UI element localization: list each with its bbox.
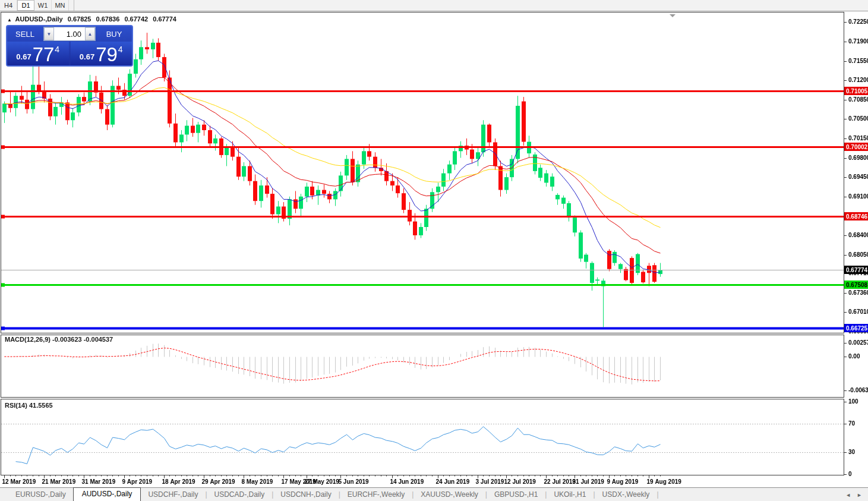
- quote-close: 0.67774: [153, 15, 176, 23]
- tab-eurchf-weekly[interactable]: EURCHF-,Weekly: [340, 489, 412, 501]
- tab-usdchf-daily[interactable]: USDCHF-,Daily: [141, 489, 205, 501]
- buy-price-prefix: 0.67: [80, 52, 94, 61]
- tab-usdcad-daily[interactable]: USDCAD-,Daily: [207, 489, 272, 501]
- symbol-tabbar: EURUSD-,Daily AUDUSD-,Daily USDCHF-,Dail…: [0, 487, 868, 501]
- tab-usdcnh-daily[interactable]: USDCNH-,Daily: [273, 489, 338, 501]
- quote-open: 0.67825: [68, 15, 91, 23]
- chart-canvas[interactable]: [0, 12, 868, 487]
- buy-price-big: 79: [96, 46, 118, 64]
- symbol-title: AUDUSD-,Daily: [15, 15, 63, 23]
- buy-price-pip: 4: [118, 45, 123, 54]
- tab-separator: |: [656, 490, 658, 501]
- symbol-info: ▲ AUDUSD-,Daily 0.67825 0.67836 0.67742 …: [7, 15, 179, 23]
- volume-input[interactable]: 1.00: [54, 27, 85, 40]
- quote-low: 0.67742: [124, 15, 148, 23]
- timeframe-toolbar: H4 D1 W1 MN: [0, 0, 868, 11]
- tabbar-scroll-left-button[interactable]: ◄: [845, 492, 851, 498]
- sell-price-prefix: 0.67: [16, 52, 31, 61]
- tabbar-scroll-right-button[interactable]: ►: [857, 492, 862, 498]
- timeframe-h4-button[interactable]: H4: [0, 0, 17, 11]
- rsi-indicator-label: RSI(14) 41.5565: [5, 402, 53, 409]
- symbol-marker-icon: ▲: [7, 17, 12, 23]
- tab-ukoil-h1[interactable]: UKOil-,H1: [547, 489, 593, 501]
- volume-decrease-button[interactable]: ▼: [44, 27, 54, 40]
- macd-indicator-label: MACD(12,26,9) -0.003623 -0.004537: [5, 336, 113, 343]
- tab-xauusd-weekly[interactable]: XAUUSD-,Weekly: [414, 489, 485, 501]
- trading-terminal-window: H4 D1 W1 MN ▲ AUDUSD-,Daily 0.67825 0.67…: [0, 0, 868, 501]
- toolbar-separator: [74, 0, 74, 11]
- tab-eurusd-daily[interactable]: EURUSD-,Daily: [8, 489, 73, 501]
- tab-usdx-weekly[interactable]: USDX-,Weekly: [595, 489, 657, 501]
- quote-high: 0.67836: [96, 15, 120, 23]
- trade-panel: SELL ▼ 1.00 ▲ BUY 0.67 77 4 0.67 79 4: [6, 25, 133, 67]
- volume-increase-button[interactable]: ▲: [85, 27, 95, 40]
- buy-button[interactable]: 0.67 79 4: [71, 42, 132, 65]
- timeframe-mn-button[interactable]: MN: [52, 0, 69, 11]
- sell-price-pip: 4: [55, 45, 59, 54]
- timeframe-d1-button[interactable]: D1: [17, 0, 34, 11]
- buy-tab-button[interactable]: BUY: [96, 26, 132, 42]
- sell-tab-button[interactable]: SELL: [7, 26, 43, 42]
- tab-audusd-daily[interactable]: AUDUSD-,Daily: [73, 487, 141, 501]
- tabbar-scrolls: ◄ ►: [845, 492, 868, 501]
- sell-price-big: 77: [33, 46, 55, 64]
- sell-button[interactable]: 0.67 77 4: [7, 42, 69, 65]
- timeframe-w1-button[interactable]: W1: [34, 0, 52, 11]
- volume-stepper: ▼ 1.00 ▲: [43, 27, 96, 41]
- tab-gbpusd-h1[interactable]: GBPUSD-,H1: [487, 489, 545, 501]
